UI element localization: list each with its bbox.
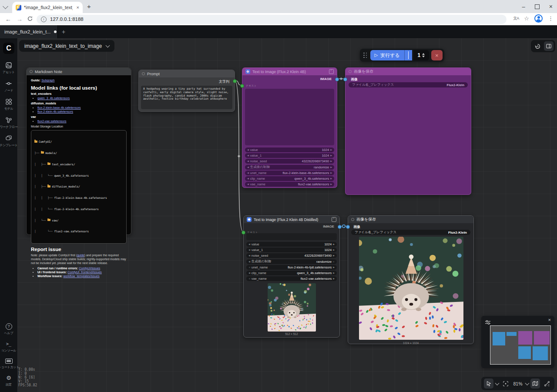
fit-view-button[interactable] (501, 379, 510, 389)
toggle-panel-button[interactable] (544, 41, 554, 51)
sidebar-item-shortcuts[interactable]: ショートカット (0, 358, 17, 369)
minimap-close-icon[interactable]: × (548, 317, 551, 322)
sidebar-item-console[interactable]: >_ コンソール (0, 341, 17, 353)
widget-row[interactable]: ◀vae_nameflux2-vae.safetensors▶ (245, 182, 334, 187)
model-link[interactable]: qwen_3_4b.safetensors (37, 97, 70, 100)
zoom-chevron-icon[interactable] (525, 381, 529, 385)
node-header[interactable]: Prompt (139, 70, 235, 77)
widget-row[interactable]: ◀unet_nameflux-2-klein-4b-fp8.safetensor… (246, 265, 337, 270)
guide-link[interactable]: Subgraph (41, 79, 54, 82)
widget-row[interactable]: ◀clip_nameqwen_3_4b.safetensors▶ (246, 271, 337, 275)
widget-row[interactable]: ◀noise_seed432262096973490▶ (245, 159, 334, 164)
reload-button[interactable] (27, 16, 33, 23)
filename-prefix-field[interactable]: ファイル名_プレフィックスFlux2-Klein (349, 82, 468, 87)
output-slot-string[interactable] (233, 79, 237, 83)
tab-close-icon[interactable]: × (77, 5, 79, 10)
sidebar-item-templates[interactable]: テンプレート (0, 135, 17, 147)
node-header[interactable]: Text to Image (Flux.2 Klein 4B Distilled… (244, 216, 339, 223)
widget-row[interactable]: ◀value1024▶ (245, 147, 334, 152)
collapse-dot-icon[interactable] (142, 72, 145, 75)
node-save-image-base[interactable]: 画像を保存 画像 ファイル名_プレフィックスFlux2-Klein (345, 67, 471, 195)
forward-button[interactable]: → (17, 15, 23, 23)
model-link[interactable]: flux-2-klein-base-4b.safetensors (37, 106, 81, 109)
widget-row[interactable]: ◀生成後の制御randomize▶ (246, 259, 337, 264)
model-link[interactable]: flux-2-klein-4b.safetensors (37, 110, 73, 113)
output-slot-image[interactable] (338, 225, 342, 229)
widget-row[interactable]: ◀value_11024▶ (246, 248, 337, 252)
input-slot-text[interactable] (240, 84, 244, 88)
node-text-to-image-distilled[interactable]: Text to Image (Flux.2 Klein 4B Distilled… (243, 215, 340, 338)
sidebar-item-nodes[interactable]: ノード (0, 80, 17, 93)
sidebar-item-models[interactable]: モデル (0, 98, 17, 111)
decrement-icon[interactable] (422, 56, 425, 57)
node-markdown-note[interactable]: Markdown Note Guide: Subgraph Model link… (26, 67, 131, 235)
node-text-to-image-base[interactable]: Text to Image (Flux.2 Klein 4B) IMAGE テキ… (242, 67, 337, 188)
cancel-run-button[interactable]: × (431, 50, 443, 60)
back-button[interactable]: ← (5, 15, 11, 23)
sidebar-item-assets[interactable]: アセット (0, 62, 17, 74)
text-widget[interactable] (245, 89, 334, 145)
prompt-textarea[interactable]: A hedgehog wearing a tiny party hat surr… (141, 86, 232, 109)
widget-row[interactable]: ◀生成後の制御randomize▶ (245, 165, 334, 170)
sidebar-item-help[interactable]: ? ヘルプ (0, 323, 17, 335)
window-maximize-button[interactable] (535, 4, 540, 9)
bookmark-star-icon[interactable]: ☆ (524, 15, 529, 22)
new-workflow-button[interactable]: + (62, 28, 65, 35)
collapse-dot-icon[interactable] (30, 70, 33, 73)
collapse-dot-icon[interactable] (351, 218, 354, 221)
drag-handle[interactable] (363, 53, 367, 58)
widget-row[interactable]: ◀clip_nameqwen_3_4b.safetensors▶ (245, 176, 334, 181)
batch-count-stepper[interactable]: 1 (413, 50, 429, 60)
zoom-level[interactable]: 81% (513, 381, 523, 386)
node-header[interactable]: 画像を保存 (348, 216, 473, 223)
output-slot-image[interactable] (335, 77, 339, 81)
sidebar-item-settings[interactable]: ⚙ 設定 (0, 375, 17, 387)
history-button[interactable] (533, 41, 542, 51)
node-header[interactable]: Markdown Note (27, 68, 131, 75)
site-info-icon[interactable]: i (41, 17, 47, 22)
window-close-button[interactable]: × (549, 3, 553, 10)
browser-tab[interactable]: *image_flux2_klein_text_to_ima × (12, 2, 83, 13)
input-slot-text[interactable] (242, 231, 245, 235)
run-options-button[interactable] (405, 51, 412, 59)
node-header[interactable]: 画像を保存 (346, 68, 471, 75)
guide-link[interactable]: guide (77, 254, 84, 257)
workflow-title-menu[interactable]: image_flux2_klein_text_to_image (19, 40, 114, 52)
input-slot-image[interactable] (346, 225, 350, 229)
widget-row[interactable]: ◀unet_nameflux-2-klein-base-4b.safetenso… (245, 171, 334, 175)
tool-options-chevron-icon[interactable] (495, 381, 499, 385)
input-slot-image[interactable] (343, 77, 347, 81)
collapse-dot-icon[interactable] (349, 70, 352, 73)
workflow-tab[interactable]: image_flux2_klein_t... (0, 25, 58, 38)
node-save-image-distilled[interactable]: 画像を保存 画像 ファイル名_プレフィックスFlux2-Klein 1024 ×… (348, 215, 474, 344)
widget-row[interactable]: ◀noise_seed432262096973490▶ (246, 253, 337, 258)
filename-prefix-field[interactable]: ファイル名_プレフィックスFlux2-Klein (351, 230, 470, 235)
issue-link[interactable]: workflow_templates/issues (63, 275, 99, 278)
toggle-link-visibility-button[interactable] (542, 379, 552, 389)
expand-node-icon[interactable] (329, 69, 334, 74)
preview-image-saved[interactable] (359, 237, 463, 340)
model-link[interactable]: flux2-vae.safetensors (37, 120, 67, 123)
profile-avatar[interactable] (534, 14, 543, 23)
expand-node-icon[interactable] (332, 217, 336, 222)
widget-row[interactable]: ◀value1024▶ (246, 242, 337, 247)
tab-search-chevron-icon[interactable] (3, 3, 8, 9)
minimap-viewport[interactable] (490, 325, 551, 365)
window-minimize-button[interactable]: – (522, 3, 525, 10)
browser-menu-icon[interactable]: ⋮ (548, 15, 554, 22)
pointer-tool-button[interactable] (484, 379, 493, 389)
minimap-panel[interactable]: × (481, 316, 554, 368)
node-header[interactable]: Text to Image (Flux.2 Klein 4B) (242, 68, 337, 75)
url-text[interactable]: 127.0.0.1:8188 (50, 17, 84, 22)
text-widget[interactable] (246, 233, 337, 240)
sidebar-item-workflows[interactable]: ワークフロー (0, 117, 17, 129)
widget-row[interactable]: ◀value_11024▶ (245, 153, 334, 158)
issue-link[interactable]: ComfyUI/issues (79, 267, 100, 270)
preview-image-distilled[interactable] (268, 283, 316, 332)
minimap-toggle-button[interactable] (530, 379, 540, 389)
comfyui-logo[interactable]: C (3, 43, 14, 54)
run-button[interactable]: ▷ 実行する (370, 52, 404, 59)
new-tab-button[interactable]: + (87, 3, 91, 10)
widget-row[interactable]: ◀vae_nameflux2-vae.safetensors▶ (246, 276, 337, 281)
node-prompt[interactable]: Prompt 文字列 A hedgehog wearing a tiny par… (138, 70, 235, 112)
